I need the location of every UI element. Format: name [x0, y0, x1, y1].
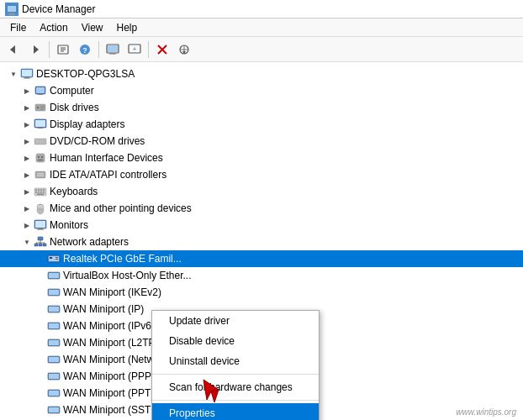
monitors-label: Monitors: [50, 219, 520, 231]
svg-point-42: [41, 156, 43, 158]
tree-item-wan-ikev2[interactable]: WAN Miniport (IKEv2): [0, 284, 523, 301]
toolbar-display[interactable]: [103, 39, 123, 60]
keyboard-icon: [34, 185, 47, 198]
svg-rect-68: [43, 244, 46, 246]
svg-rect-53: [38, 192, 40, 193]
svg-rect-28: [38, 94, 43, 95]
monitors-icon: [34, 218, 47, 232]
toolbar-sep2: [98, 41, 99, 58]
svg-rect-91: [49, 374, 59, 379]
hid-label: Human Interface Devices: [50, 152, 520, 164]
toolbar: ? +: [0, 37, 523, 62]
display-label: Display adapters: [50, 118, 520, 130]
svg-rect-79: [49, 273, 59, 278]
toolbar-forward[interactable]: [25, 39, 45, 60]
expand-monitors[interactable]: ▶: [20, 218, 34, 232]
title-bar: Device Manager: [0, 0, 523, 18]
toolbar-help[interactable]: ?: [75, 39, 95, 60]
tree-item-disk[interactable]: ▶ Disk drives: [0, 99, 523, 116]
svg-rect-2: [9, 13, 14, 14]
svg-rect-67: [39, 244, 42, 246]
wan-network-icon: [47, 353, 61, 366]
tree-item-virtualbox[interactable]: VirtualBox Host-Only Ether...: [0, 267, 523, 284]
svg-marker-4: [10, 45, 15, 54]
toolbar-sep3: [148, 41, 149, 58]
svg-rect-85: [49, 323, 59, 328]
tree-item-ide[interactable]: ▶ IDE ATA/ATAPI controllers: [0, 166, 523, 183]
tree-item-dvd[interactable]: ▶ DVD/CD-ROM drives: [0, 133, 523, 150]
svg-rect-65: [38, 237, 43, 240]
display-icon: [34, 118, 47, 131]
svg-rect-63: [38, 228, 43, 229]
wan-ikev2-icon: [47, 286, 61, 299]
app-icon: [5, 3, 18, 16]
network-icon: [34, 235, 47, 249]
svg-rect-27: [36, 87, 45, 93]
svg-rect-43: [38, 160, 43, 160]
wan-l2tp-icon: [47, 336, 61, 349]
toolbar-update[interactable]: +: [124, 39, 145, 60]
svg-rect-52: [35, 192, 37, 193]
tree-item-mice[interactable]: ▶ Mice and other pointing devices: [0, 200, 523, 217]
menu-help[interactable]: Help: [110, 20, 145, 35]
toolbar-uninstall[interactable]: [152, 39, 172, 60]
menu-view[interactable]: View: [75, 20, 110, 35]
expand-keyboard[interactable]: ▶: [20, 185, 34, 198]
network-label: Network adapters: [50, 236, 520, 248]
expand-disk[interactable]: ▶: [20, 101, 34, 114]
svg-rect-31: [40, 106, 45, 107]
realtek-label: Realtek PCIe GbE Famil...: [63, 253, 520, 265]
expand-display[interactable]: ▶: [20, 118, 34, 131]
expand-dvd[interactable]: ▶: [20, 134, 34, 148]
tree-item-keyboard[interactable]: ▶ Keyboards: [0, 183, 523, 200]
expand-ide[interactable]: ▶: [20, 168, 34, 181]
expand-computer[interactable]: ▶: [20, 84, 34, 97]
svg-rect-35: [35, 120, 45, 127]
tree-item-computer[interactable]: ▶ Computer: [0, 82, 523, 99]
svg-rect-3: [8, 13, 15, 14]
tree-item-network[interactable]: ▼ Network adapters: [0, 234, 523, 250]
keyboard-label: Keyboards: [50, 186, 520, 197]
svg-rect-33: [40, 109, 43, 110]
svg-point-41: [38, 156, 40, 158]
svg-rect-66: [34, 244, 38, 246]
ctx-disable-device[interactable]: Disable device: [152, 331, 319, 351]
svg-text:?: ?: [82, 46, 87, 55]
mice-icon: [34, 202, 47, 215]
tree-item-display[interactable]: ▶ Display adapters: [0, 116, 523, 133]
expand-network[interactable]: ▼: [20, 235, 34, 249]
computer-device-icon: [34, 84, 47, 97]
tree-root[interactable]: ▼ DESKTOP-QPG3LSA: [0, 66, 523, 82]
tree-item-realtek[interactable]: Realtek PCIe GbE Famil...: [0, 250, 523, 267]
svg-rect-13: [108, 45, 118, 52]
menu-action[interactable]: Action: [33, 20, 74, 35]
svg-rect-95: [49, 407, 59, 412]
svg-rect-83: [49, 307, 59, 312]
ctx-update-driver[interactable]: Update driver: [152, 311, 319, 331]
menu-file[interactable]: File: [3, 20, 33, 35]
ctx-scan-hardware[interactable]: Scan for hardware changes: [152, 377, 319, 397]
ctx-uninstall-device[interactable]: Uninstall device: [152, 351, 319, 371]
svg-rect-37: [34, 139, 46, 144]
svg-rect-55: [43, 192, 45, 193]
toolbar-properties[interactable]: [53, 39, 73, 60]
tree-item-hid[interactable]: ▶ Human Interface Devices: [0, 150, 523, 166]
svg-point-30: [37, 107, 40, 109]
expand-root[interactable]: ▼: [7, 67, 20, 81]
root-label: DESKTOP-QPG3LSA: [36, 68, 520, 80]
wan-pppoe-icon: [47, 370, 61, 383]
dvd-label: DVD/CD-ROM drives: [50, 135, 520, 147]
disk-label: Disk drives: [50, 102, 520, 113]
expand-mice[interactable]: ▶: [20, 202, 34, 215]
toolbar-scan[interactable]: [174, 39, 194, 60]
toolbar-back[interactable]: [3, 39, 24, 60]
svg-rect-25: [24, 78, 30, 79]
svg-rect-1: [8, 6, 16, 12]
tree-item-monitors[interactable]: ▶ Monitors: [0, 217, 523, 234]
svg-rect-24: [24, 77, 29, 78]
svg-rect-56: [37, 194, 44, 196]
expand-hid[interactable]: ▶: [20, 151, 34, 165]
ctx-properties[interactable]: Properties: [152, 403, 319, 420]
svg-rect-14: [110, 53, 115, 54]
svg-rect-48: [35, 190, 37, 192]
